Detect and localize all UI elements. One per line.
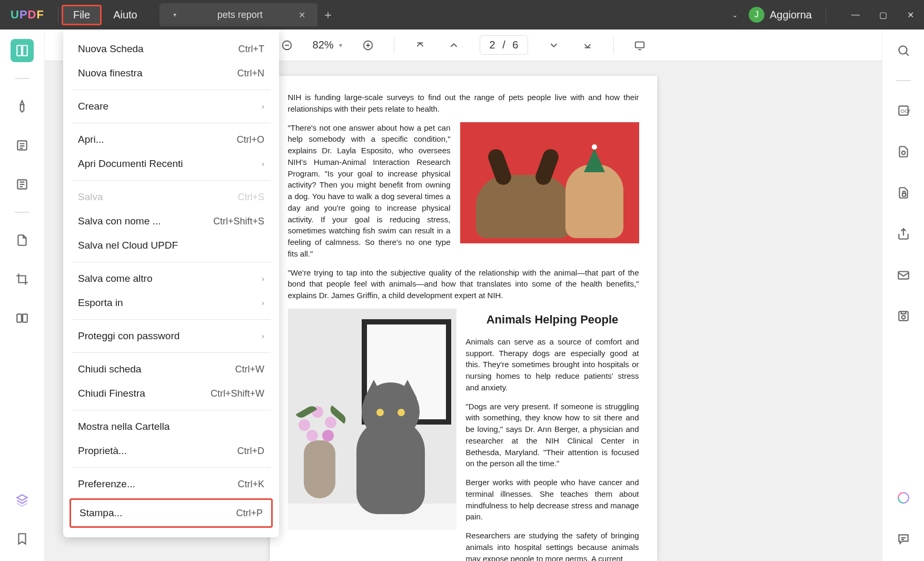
svg-rect-0 [17, 45, 22, 56]
zoom-level[interactable]: 82% ▾ [313, 39, 342, 51]
user-upgrade[interactable]: J Aggiorna [749, 7, 812, 23]
ai-icon[interactable] [892, 486, 915, 509]
avatar: J [749, 7, 764, 23]
svg-rect-4 [17, 314, 22, 322]
save-icon[interactable] [892, 304, 915, 328]
bookmark-icon[interactable] [11, 527, 34, 550]
dogs-image [460, 122, 639, 243]
svg-rect-8 [635, 42, 644, 47]
menu-file[interactable]: File [62, 5, 102, 25]
close-icon[interactable]: ✕ [299, 10, 309, 20]
menu-item-open[interactable]: Apri...Ctrl+O [63, 127, 279, 152]
menu-item-preferences[interactable]: Preferenze...Ctrl+K [63, 472, 279, 496]
paragraph: "We're trying to tap into the subjective… [288, 267, 639, 301]
menu-item-close-window[interactable]: Chiudi FinestraCtrl+Shift+W [63, 381, 279, 406]
menu-item-save-other[interactable]: Salva come altro› [63, 267, 279, 291]
menu-item-properties[interactable]: Proprietà...Ctrl+D [63, 439, 279, 463]
paragraph: Animals can serve as a source of comfort… [466, 336, 639, 393]
svg-rect-14 [898, 272, 909, 279]
zoom-out-button[interactable] [279, 37, 295, 53]
menu-item-close-tab[interactable]: Chiudi schedaCtrl+W [63, 357, 279, 381]
close-button[interactable]: ✕ [903, 7, 918, 22]
mail-icon[interactable] [892, 263, 915, 287]
maximize-button[interactable]: ▢ [876, 7, 890, 22]
pages-icon[interactable] [11, 229, 34, 252]
menu-aiuto[interactable]: Aiuto [102, 5, 149, 25]
menu-item-print[interactable]: Stampa...Ctrl+P [69, 498, 273, 528]
svg-point-9 [899, 46, 907, 54]
paragraph: "There's not one answer about how a pet … [288, 122, 451, 260]
zoom-in-button[interactable] [360, 37, 376, 53]
chevron-right-icon: › [262, 274, 264, 283]
paragraph: Berger works with people who have cancer… [466, 477, 639, 523]
zoom-value: 82% [313, 39, 334, 51]
compare-icon[interactable] [11, 307, 34, 330]
paragraph: "Dogs are very present. If someone is st… [466, 401, 639, 470]
layers-icon[interactable] [11, 488, 34, 511]
text-icon[interactable] [11, 173, 34, 196]
section-heading: Animals Helping People [466, 313, 639, 327]
crop-icon[interactable] [11, 268, 34, 291]
divider [72, 410, 271, 410]
page-indicator[interactable]: 2 / 6 [480, 35, 529, 55]
document-tab[interactable]: ▾ pets report ✕ [160, 3, 317, 26]
main-menu: File Aiuto [62, 5, 149, 25]
menu-item-open-recent[interactable]: Apri Documenti Recenti› [63, 152, 279, 176]
lock-icon[interactable] [892, 181, 915, 204]
presentation-icon[interactable] [632, 37, 648, 53]
add-tab-button[interactable]: ＋ [317, 7, 339, 23]
comment-icon[interactable] [892, 527, 915, 550]
paragraph: NIH is funding large-scale surveys to fi… [288, 92, 639, 115]
minimize-button[interactable]: ― [848, 7, 863, 22]
svg-rect-13 [902, 193, 906, 196]
thumbnails-icon[interactable] [11, 39, 34, 62]
divider [896, 80, 911, 81]
highlight-icon[interactable] [11, 95, 34, 118]
upgrade-label: Aggiorna [770, 9, 812, 21]
first-page-button[interactable] [412, 37, 428, 53]
svg-text:OCR: OCR [900, 108, 910, 114]
tab-caret-icon[interactable]: ▾ [168, 11, 182, 18]
menu-item-protect[interactable]: Proteggi con password› [63, 324, 279, 348]
form-icon[interactable] [892, 140, 915, 163]
menu-item-save-as[interactable]: Salva con nome ...Ctrl+Shift+S [63, 209, 279, 233]
divider [72, 319, 271, 320]
chevron-down-icon[interactable]: ⌄ [732, 11, 738, 19]
chevron-right-icon: › [262, 102, 264, 111]
svg-point-16 [901, 316, 905, 319]
app-logo: UPDF [0, 8, 55, 22]
divider [72, 467, 271, 468]
tab-title: pets report [217, 9, 263, 21]
share-icon[interactable] [892, 222, 915, 245]
cat-image [288, 309, 456, 530]
document-page: NIH is funding large-scale surveys to fi… [270, 76, 657, 561]
menu-item-show-folder[interactable]: Mostra nella Cartella [63, 415, 279, 439]
menu-item-save-cloud[interactable]: Salva nel Cloud UPDF [63, 233, 279, 258]
chevron-down-icon: ▾ [339, 42, 342, 49]
annotate-icon[interactable] [11, 134, 34, 157]
separator [394, 37, 394, 53]
menu-item-new-window[interactable]: Nuova finestraCtrl+N [63, 61, 279, 85]
menu-item-new-tab[interactable]: Nuova SchedaCtrl+T [63, 37, 279, 61]
file-dropdown: Nuova SchedaCtrl+T Nuova finestraCtrl+N … [63, 29, 279, 537]
titlebar: UPDF File Aiuto ▾ pets report ✕ ＋ ⌄ J Ag… [0, 0, 924, 29]
menu-item-export[interactable]: Esporta in› [63, 291, 279, 315]
ocr-icon[interactable]: OCR [892, 99, 915, 122]
sidebar-right: OCR [882, 29, 924, 561]
separator [613, 37, 614, 53]
divider [15, 78, 29, 79]
search-icon[interactable] [892, 39, 915, 62]
titlebar-right: ⌄ J Aggiorna ― ▢ ✕ [732, 7, 924, 23]
last-page-button[interactable] [580, 37, 595, 53]
menu-item-create[interactable]: Creare› [63, 94, 279, 119]
chevron-right-icon: › [262, 299, 264, 307]
divider [72, 90, 271, 90]
svg-point-12 [901, 151, 905, 155]
paragraph: Researchers are studying the safety of b… [466, 530, 639, 561]
chevron-right-icon: › [262, 160, 264, 168]
next-page-button[interactable] [546, 37, 562, 53]
divider [72, 262, 271, 262]
separator [826, 7, 826, 23]
separator [58, 7, 58, 23]
prev-page-button[interactable] [446, 37, 462, 53]
